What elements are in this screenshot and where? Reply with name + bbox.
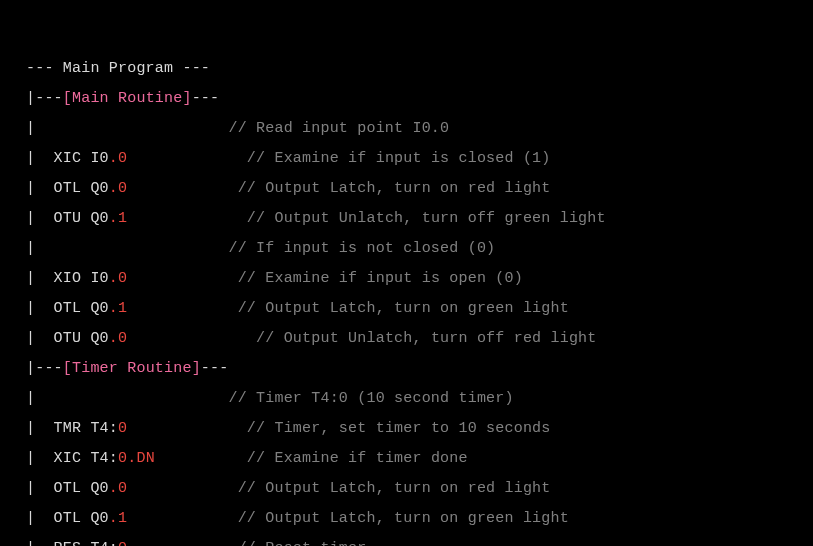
- code-line: | OTL Q0.1 // Output Latch, turn on gree…: [26, 510, 569, 527]
- code-block: --- Main Program --- |---[Main Routine]-…: [0, 0, 813, 546]
- instruction: XIC I0: [54, 150, 109, 167]
- instruction: TMR T4:: [54, 420, 118, 437]
- comment: // If input is not closed (0): [228, 240, 495, 257]
- program-header: --- Main Program ---: [26, 60, 210, 77]
- code-line: | OTL Q0.0 // Output Latch, turn on red …: [26, 480, 551, 497]
- comment: // Output Latch, turn on green light: [238, 300, 569, 317]
- section-main-title: [Main Routine]: [63, 90, 192, 107]
- comment: // Read input point I0.0: [228, 120, 449, 137]
- instruction: OTL Q0: [54, 510, 109, 527]
- code-line: | // If input is not closed (0): [26, 240, 495, 257]
- operand: 1: [118, 210, 127, 227]
- operand: 0: [118, 480, 127, 497]
- code-line: | OTL Q0.0 // Output Latch, turn on red …: [26, 180, 551, 197]
- instruction: OTU Q0: [54, 210, 109, 227]
- operand: 0: [118, 270, 127, 287]
- comment: // Output Latch, turn on green light: [238, 510, 569, 527]
- instruction: XIC T4:: [54, 450, 118, 467]
- instruction: OTL Q0: [54, 300, 109, 317]
- code-line: | XIC I0.0 // Examine if input is closed…: [26, 150, 551, 167]
- operand: 0.DN: [118, 450, 155, 467]
- code-line: | OTU Q0.1 // Output Unlatch, turn off g…: [26, 210, 606, 227]
- operand: 0: [118, 540, 127, 546]
- comment: // Examine if input is closed (1): [247, 150, 551, 167]
- code-line: | RES T4:0 // Reset timer: [26, 540, 366, 546]
- comment: // Timer T4:0 (10 second timer): [228, 390, 513, 407]
- code-line: | TMR T4:0 // Timer, set timer to 10 sec…: [26, 420, 551, 437]
- code-line: | OTU Q0.0 // Output Unlatch, turn off r…: [26, 330, 597, 347]
- comment: // Examine if input is open (0): [238, 270, 523, 287]
- operand: 0: [118, 180, 127, 197]
- instruction: OTL Q0: [54, 480, 109, 497]
- instruction: RES T4:: [54, 540, 118, 546]
- comment: // Output Latch, turn on red light: [238, 180, 551, 197]
- operand: 0: [118, 150, 127, 167]
- comment: // Output Latch, turn on red light: [238, 480, 551, 497]
- code-line: | // Read input point I0.0: [26, 120, 449, 137]
- operand: 1: [118, 510, 127, 527]
- section-timer: |---[Timer Routine]---: [26, 360, 228, 377]
- section-timer-title: [Timer Routine]: [63, 360, 201, 377]
- instruction: OTL Q0: [54, 180, 109, 197]
- instruction: OTU Q0: [54, 330, 109, 347]
- code-line: | OTL Q0.1 // Output Latch, turn on gree…: [26, 300, 569, 317]
- comment: // Output Unlatch, turn off green light: [247, 210, 606, 227]
- operand: 0: [118, 420, 127, 437]
- comment: // Output Unlatch, turn off red light: [256, 330, 596, 347]
- code-line: | XIC T4:0.DN // Examine if timer done: [26, 450, 468, 467]
- comment: // Timer, set timer to 10 seconds: [247, 420, 551, 437]
- comment: // Examine if timer done: [247, 450, 468, 467]
- comment: // Reset timer: [238, 540, 367, 546]
- code-line: | XIO I0.0 // Examine if input is open (…: [26, 270, 523, 287]
- operand: 0: [118, 330, 127, 347]
- operand: 1: [118, 300, 127, 317]
- instruction: XIO I0: [54, 270, 109, 287]
- code-line: | // Timer T4:0 (10 second timer): [26, 390, 514, 407]
- section-main: |---[Main Routine]---: [26, 90, 219, 107]
